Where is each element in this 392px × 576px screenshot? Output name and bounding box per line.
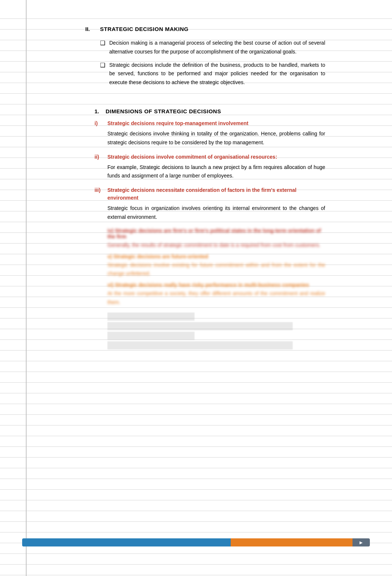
bullet-item-1: ❑ Decision making is a managerial proces… [85,39,325,56]
progress-button[interactable]: ▶ [353,538,370,546]
section-1-number: 1. [94,108,106,114]
sub-item-iii-body: Strategic focus in organization involves… [94,204,325,222]
blurred-item-v: v) Strategic decisions are future-orient… [85,253,325,279]
sub-item-ii-number: ii) [94,153,107,161]
section-1-header: 1. DIMENSIONS OF STRATEGIC DECISIONS [85,108,325,114]
bullet-text-2: Strategic decisions include the definiti… [109,61,325,87]
sub-item-i-body: Strategic decisions involve thinking in … [94,130,325,147]
sub-item-iii-title: Strategic decisions necessitate consider… [107,186,325,202]
sub-item-iii: iii) Strategic decisions necessitate con… [85,186,325,222]
sub-item-ii-body: For example, Strategic decisions to laun… [94,163,325,181]
sub-item-iii-number: iii) [94,186,107,194]
blurred-item-iv: iv) Strategic decisions are firm's or fi… [85,228,325,250]
page-container: // Generate row lines const linesContain… [0,0,392,576]
sub-item-ii: ii) Strategic decisions involve commitme… [85,153,325,181]
bullet-text-1: Decision making is a managerial process … [109,39,325,56]
blurred-v-header: v) Strategic decisions are future-orient… [94,253,325,259]
bottom-row-1 [107,313,195,321]
sub-item-i-number: i) [94,120,107,127]
progress-blue-section [22,538,231,546]
section-ii-header: II. STRATEGIC DECISION MAKING [85,26,325,32]
section-ii-title: STRATEGIC DECISION MAKING [100,26,189,32]
blurred-v-body: Strategic decisions involve existing for… [94,261,325,279]
content-area: II. STRATEGIC DECISION MAKING ❑ Decision… [56,0,336,388]
progress-bar[interactable]: ▶ [22,538,370,546]
sub-item-i: i) Strategic decisions require top-manag… [85,120,325,147]
spacer-1 [85,92,325,99]
progress-orange-section [231,538,353,546]
sub-item-i-header: i) Strategic decisions require top-manag… [94,120,325,127]
sub-item-ii-header: ii) Strategic decisions involve commitme… [94,153,325,161]
section-ii-number: II. [85,26,100,32]
margin-line [26,0,27,576]
blurred-item-vi: vi) Strategic decisions really have risk… [85,282,325,307]
bottom-row-2 [107,322,293,330]
sub-item-i-title: Strategic decisions require top-manageme… [107,120,248,127]
blurred-vi-header: vi) Strategic decisions really have risk… [94,282,325,288]
bottom-row-3 [107,332,195,340]
sub-item-ii-title: Strategic decisions involve commitment o… [107,153,277,161]
bottom-blurred-rows [85,313,325,349]
sub-item-iii-header: iii) Strategic decisions necessitate con… [94,186,325,202]
section-1-title: DIMENSIONS OF STRATEGIC DECISIONS [106,108,221,114]
bottom-row-4 [107,341,293,349]
bullet-symbol-2: ❑ [100,61,109,70]
blurred-vi-body: At the more competitive a society, they … [94,289,325,307]
bullet-symbol-1: ❑ [100,39,109,48]
bullet-item-2: ❑ Strategic decisions include the defini… [85,61,325,87]
blurred-iv-header: iv) Strategic decisions are firm's or fi… [94,228,325,239]
blurred-iv-body: Generally, the results of strategic comm… [94,241,325,250]
